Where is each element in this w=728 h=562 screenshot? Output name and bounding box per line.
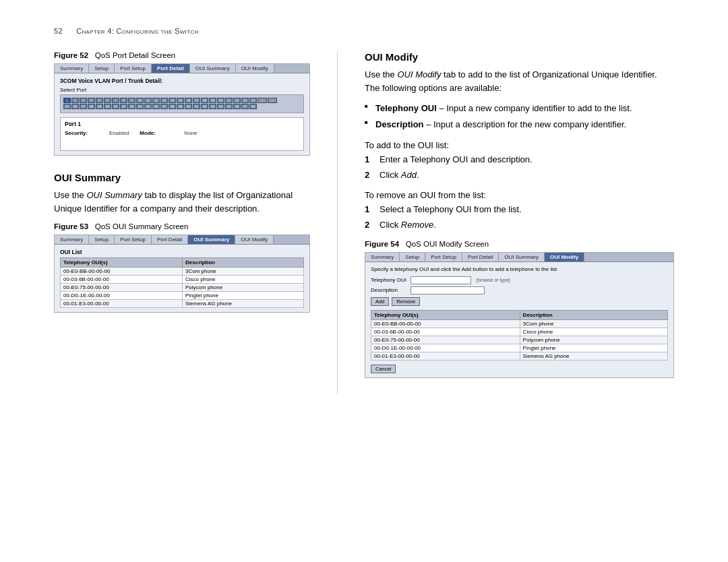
- port-22[interactable]: 22: [233, 98, 241, 103]
- port-30[interactable]: 30: [104, 104, 111, 109]
- tab-port-detail-54[interactable]: Port Detail: [462, 253, 499, 261]
- port-19[interactable]: 19: [209, 98, 216, 103]
- oui-modify-bullets: Telephony OUI – Input a new company iden…: [365, 102, 674, 131]
- desc-val: 3Com phone: [520, 319, 667, 327]
- port-35[interactable]: 35: [144, 104, 152, 109]
- description-input[interactable]: [411, 286, 485, 294]
- modify-description-text: Specify a telephony OUI and click the Ad…: [371, 266, 668, 272]
- port-36[interactable]: 36: [152, 104, 160, 109]
- tab-port-detail-53[interactable]: Port Detail: [152, 235, 188, 244]
- chapter-title: Chapter 4: Configuring the Switch: [76, 27, 198, 35]
- cancel-button[interactable]: Cancel: [371, 365, 396, 373]
- port-23[interactable]: 23: [241, 98, 249, 103]
- port-40[interactable]: 40: [185, 104, 192, 109]
- table-row[interactable]: 00-03-6B-00-00-00 Cisco phone: [371, 327, 668, 336]
- port-11[interactable]: 11: [144, 98, 152, 103]
- remove-button[interactable]: Remove: [392, 297, 420, 306]
- port-43[interactable]: 43: [209, 104, 216, 109]
- port-21[interactable]: 21: [225, 98, 233, 103]
- port-26[interactable]: 26: [71, 104, 79, 109]
- table-row[interactable]: 00-01-E3-00-00-00 Siemens AG phone: [371, 352, 668, 360]
- table-row[interactable]: 00-D0-1E-00-00-00 Pingtel phone: [371, 344, 668, 352]
- oui-list-label: OUI List: [60, 249, 304, 255]
- tab-summary-53[interactable]: Summary: [55, 235, 89, 244]
- port-24[interactable]: 24: [249, 98, 257, 103]
- tab-setup-53[interactable]: Setup: [89, 235, 115, 244]
- table-row[interactable]: 00-D0-1E-00-00-00 Pingtel phone: [61, 292, 304, 300]
- oui-summary-em: OUI Summary: [86, 190, 142, 200]
- port-37[interactable]: 37: [160, 104, 168, 109]
- port-1[interactable]: 1: [63, 98, 71, 103]
- oui-val: 00-E0-BB-00-00-00: [371, 319, 520, 327]
- port-9[interactable]: 9: [128, 98, 135, 103]
- add-button[interactable]: Add: [371, 297, 389, 306]
- desc-val: Polycom phone: [520, 336, 667, 344]
- port-17[interactable]: 17: [193, 98, 200, 103]
- port-18[interactable]: 18: [201, 98, 208, 103]
- oui-table-container: Telephony OUI(s) Description 00-E0-BB-00…: [60, 257, 304, 308]
- port-31[interactable]: 31: [112, 104, 119, 109]
- fig53-body: OUI List Telephony OUI(s) Description: [55, 245, 309, 312]
- tab-port-setup-53[interactable]: Port Setup: [115, 235, 152, 244]
- port-32[interactable]: 32: [120, 104, 127, 109]
- telephony-oui-input[interactable]: [411, 276, 471, 284]
- tab-summary-52[interactable]: Summary: [55, 64, 89, 73]
- tab-oui-modify-52[interactable]: OUI Modify: [236, 64, 274, 73]
- tab-oui-summary-54[interactable]: OUI Summary: [499, 253, 545, 261]
- port-38[interactable]: 38: [169, 104, 176, 109]
- port-34[interactable]: 34: [136, 104, 144, 109]
- step-num-1: 1: [365, 153, 374, 166]
- tab-port-setup-52[interactable]: Port Setup: [115, 64, 152, 73]
- remove-intro: To remove an OUI from the list:: [365, 190, 674, 200]
- port-20[interactable]: 20: [217, 98, 224, 103]
- table-row[interactable]: 00-03-6B-00-00-00 Cisco phone: [61, 276, 304, 284]
- tab-setup-52[interactable]: Setup: [89, 64, 115, 73]
- port-3[interactable]: 3: [80, 98, 87, 103]
- port-28[interactable]: 28: [88, 104, 95, 109]
- port-5[interactable]: 5: [96, 98, 103, 103]
- port-14[interactable]: 14: [169, 98, 176, 103]
- telephony-oui-row: Telephony OUI [browse or type]: [371, 276, 668, 284]
- port-15[interactable]: 15: [177, 98, 184, 103]
- port-46[interactable]: 46: [233, 104, 241, 109]
- port-45[interactable]: 45: [225, 104, 233, 109]
- port-6[interactable]: 6: [104, 98, 111, 103]
- col-header-oui-54: Telephony OUI(s): [371, 310, 520, 319]
- table-row[interactable]: 00-E0-75-00-00-00 Polycom phone: [371, 336, 668, 344]
- tab-summary-54[interactable]: Summary: [365, 253, 400, 261]
- port-44[interactable]: 44: [217, 104, 224, 109]
- tab-port-setup-54[interactable]: Port Setup: [425, 253, 462, 261]
- tab-oui-modify-53[interactable]: OUI Modify: [235, 235, 274, 244]
- port-10[interactable]: 10: [136, 98, 144, 103]
- port-41[interactable]: 41: [193, 104, 200, 109]
- add-section: To add to the OUI list: 1 Enter a Teleph…: [365, 140, 674, 182]
- tab-port-detail-52[interactable]: Port Detail: [152, 64, 190, 73]
- port-4[interactable]: 4: [88, 98, 95, 103]
- port-39[interactable]: 39: [177, 104, 184, 109]
- table-row[interactable]: 00-E0-BB-00-00-00 3Com phone: [61, 268, 304, 276]
- port-47[interactable]: 47: [241, 104, 249, 109]
- port-13[interactable]: 13: [160, 98, 168, 103]
- port-2[interactable]: 2: [71, 98, 79, 103]
- add-intro: To add to the OUI list:: [365, 140, 674, 150]
- table-row[interactable]: 00-E0-BB-00-00-00 3Com phone: [371, 319, 668, 327]
- port-8[interactable]: 8: [120, 98, 127, 103]
- port-42[interactable]: 42: [201, 104, 208, 109]
- port-33[interactable]: 33: [128, 104, 135, 109]
- port-7[interactable]: 7: [112, 98, 119, 103]
- port-48[interactable]: 48: [249, 104, 257, 109]
- tab-oui-summary-53[interactable]: OUI Summary: [188, 235, 235, 244]
- port-16[interactable]: 16: [185, 98, 192, 103]
- port-29[interactable]: 29: [96, 104, 103, 109]
- tab-oui-modify-54[interactable]: OUI Modify: [545, 253, 584, 261]
- port-25[interactable]: 25: [63, 104, 71, 109]
- desc-val: Polycom phone: [183, 284, 304, 292]
- tab-setup-54[interactable]: Setup: [400, 253, 425, 261]
- table-row[interactable]: 00-E0-75-00-00-00 Polycom phone: [61, 284, 304, 292]
- tab-oui-summary-52[interactable]: OUI Summary: [190, 64, 236, 73]
- port-27[interactable]: 27: [80, 104, 87, 109]
- port-12[interactable]: 12: [152, 98, 160, 103]
- table-row[interactable]: 00-01-E3-00-00-00 Siemens AG phone: [61, 300, 304, 308]
- port-up1[interactable]: ↑: [257, 98, 267, 103]
- port-up2[interactable]: ↑: [268, 98, 277, 103]
